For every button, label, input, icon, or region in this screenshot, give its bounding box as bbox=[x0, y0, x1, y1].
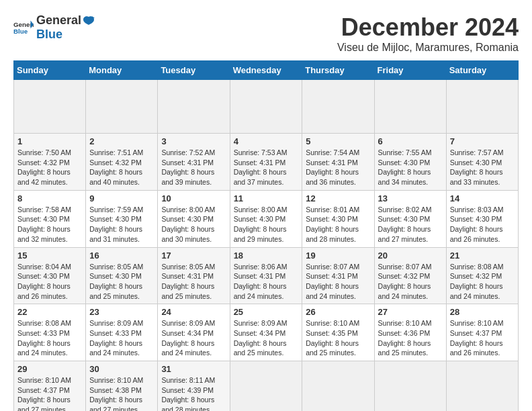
calendar-week-row: 8Sunrise: 7:58 AMSunset: 4:30 PMDaylight… bbox=[14, 190, 519, 247]
location-title: Viseu de Mijloc, Maramures, Romania bbox=[337, 42, 519, 54]
day-detail: Sunrise: 8:09 AMSunset: 4:34 PMDaylight:… bbox=[161, 318, 226, 358]
page-header: General Blue General Blue December 2024 … bbox=[13, 13, 519, 54]
day-detail: Sunrise: 8:09 AMSunset: 4:33 PMDaylight:… bbox=[89, 318, 154, 358]
calendar-cell bbox=[230, 80, 302, 134]
logo: General Blue General Blue bbox=[13, 13, 95, 42]
col-monday: Monday bbox=[86, 61, 158, 80]
day-number: 4 bbox=[234, 136, 299, 146]
calendar-cell: 14Sunrise: 8:03 AMSunset: 4:30 PMDayligh… bbox=[446, 190, 518, 247]
calendar-table: Sunday Monday Tuesday Wednesday Thursday… bbox=[13, 60, 519, 411]
calendar-cell: 3Sunrise: 7:52 AMSunset: 4:31 PMDaylight… bbox=[158, 134, 230, 191]
calendar-cell: 29Sunrise: 8:10 AMSunset: 4:37 PMDayligh… bbox=[14, 361, 86, 412]
calendar-cell bbox=[374, 80, 446, 134]
calendar-cell: 15Sunrise: 8:04 AMSunset: 4:30 PMDayligh… bbox=[14, 247, 86, 304]
day-detail: Sunrise: 8:03 AMSunset: 4:30 PMDaylight:… bbox=[450, 205, 515, 244]
day-number: 27 bbox=[378, 307, 443, 317]
calendar-week-row: 1Sunrise: 7:50 AMSunset: 4:32 PMDaylight… bbox=[14, 134, 519, 191]
calendar-cell: 30Sunrise: 8:10 AMSunset: 4:38 PMDayligh… bbox=[86, 361, 158, 412]
calendar-cell: 2Sunrise: 7:51 AMSunset: 4:32 PMDaylight… bbox=[86, 134, 158, 191]
day-number: 23 bbox=[89, 307, 154, 317]
day-detail: Sunrise: 7:54 AMSunset: 4:31 PMDaylight:… bbox=[306, 148, 370, 187]
day-number: 8 bbox=[17, 193, 82, 203]
day-detail: Sunrise: 8:00 AMSunset: 4:30 PMDaylight:… bbox=[161, 205, 226, 244]
col-sunday: Sunday bbox=[14, 61, 86, 80]
day-number: 13 bbox=[378, 193, 443, 203]
day-detail: Sunrise: 7:58 AMSunset: 4:30 PMDaylight:… bbox=[17, 205, 82, 244]
calendar-cell bbox=[302, 361, 374, 412]
day-number: 29 bbox=[17, 364, 82, 374]
day-detail: Sunrise: 8:07 AMSunset: 4:32 PMDaylight:… bbox=[378, 262, 443, 302]
logo-bird-icon bbox=[83, 15, 95, 26]
day-number: 3 bbox=[161, 136, 226, 146]
day-detail: Sunrise: 8:05 AMSunset: 4:31 PMDaylight:… bbox=[161, 262, 226, 302]
calendar-week-row: 15Sunrise: 8:04 AMSunset: 4:30 PMDayligh… bbox=[14, 247, 519, 304]
calendar-cell: 7Sunrise: 7:57 AMSunset: 4:30 PMDaylight… bbox=[446, 134, 518, 191]
day-number: 5 bbox=[306, 136, 370, 146]
calendar-cell: 21Sunrise: 8:08 AMSunset: 4:32 PMDayligh… bbox=[446, 247, 518, 304]
day-detail: Sunrise: 7:52 AMSunset: 4:31 PMDaylight:… bbox=[161, 148, 226, 187]
day-number: 15 bbox=[17, 250, 82, 261]
day-number: 9 bbox=[89, 193, 154, 203]
day-detail: Sunrise: 8:08 AMSunset: 4:33 PMDaylight:… bbox=[17, 318, 82, 358]
day-number: 22 bbox=[17, 307, 82, 317]
calendar-cell bbox=[446, 361, 518, 412]
calendar-cell: 5Sunrise: 7:54 AMSunset: 4:31 PMDaylight… bbox=[302, 134, 374, 191]
calendar-cell: 16Sunrise: 8:05 AMSunset: 4:30 PMDayligh… bbox=[86, 247, 158, 304]
calendar-cell: 18Sunrise: 8:06 AMSunset: 4:31 PMDayligh… bbox=[230, 247, 302, 304]
calendar-cell: 26Sunrise: 8:10 AMSunset: 4:35 PMDayligh… bbox=[302, 304, 374, 361]
calendar-week-row: 29Sunrise: 8:10 AMSunset: 4:37 PMDayligh… bbox=[14, 361, 519, 412]
day-detail: Sunrise: 8:10 AMSunset: 4:37 PMDaylight:… bbox=[17, 375, 82, 411]
day-detail: Sunrise: 8:10 AMSunset: 4:35 PMDaylight:… bbox=[306, 318, 370, 358]
calendar-week-row bbox=[14, 80, 519, 134]
col-tuesday: Tuesday bbox=[158, 61, 230, 80]
calendar-cell bbox=[302, 80, 374, 134]
day-detail: Sunrise: 7:59 AMSunset: 4:30 PMDaylight:… bbox=[89, 205, 154, 244]
day-detail: Sunrise: 8:06 AMSunset: 4:31 PMDaylight:… bbox=[234, 262, 299, 302]
col-thursday: Thursday bbox=[302, 61, 374, 80]
day-detail: Sunrise: 8:02 AMSunset: 4:30 PMDaylight:… bbox=[378, 205, 443, 244]
day-number: 28 bbox=[450, 307, 515, 317]
calendar-cell: 27Sunrise: 8:10 AMSunset: 4:36 PMDayligh… bbox=[374, 304, 446, 361]
logo-text-blue: Blue bbox=[36, 28, 95, 42]
day-number: 10 bbox=[161, 193, 226, 203]
day-detail: Sunrise: 8:10 AMSunset: 4:36 PMDaylight:… bbox=[378, 318, 443, 358]
calendar-cell: 1Sunrise: 7:50 AMSunset: 4:32 PMDaylight… bbox=[14, 134, 86, 191]
logo-icon: General Blue bbox=[13, 19, 34, 36]
day-detail: Sunrise: 8:10 AMSunset: 4:37 PMDaylight:… bbox=[450, 318, 515, 358]
day-detail: Sunrise: 8:05 AMSunset: 4:30 PMDaylight:… bbox=[89, 262, 154, 302]
col-wednesday: Wednesday bbox=[230, 61, 302, 80]
calendar-cell: 13Sunrise: 8:02 AMSunset: 4:30 PMDayligh… bbox=[374, 190, 446, 247]
calendar-cell: 31Sunrise: 8:11 AMSunset: 4:39 PMDayligh… bbox=[158, 361, 230, 412]
day-detail: Sunrise: 7:53 AMSunset: 4:31 PMDaylight:… bbox=[234, 148, 299, 187]
day-number: 26 bbox=[306, 307, 370, 317]
day-number: 6 bbox=[378, 136, 443, 146]
calendar-cell bbox=[230, 361, 302, 412]
day-number: 17 bbox=[161, 250, 226, 261]
calendar-cell bbox=[374, 361, 446, 412]
calendar-cell: 28Sunrise: 8:10 AMSunset: 4:37 PMDayligh… bbox=[446, 304, 518, 361]
day-detail: Sunrise: 8:07 AMSunset: 4:31 PMDaylight:… bbox=[306, 262, 370, 302]
calendar-cell: 17Sunrise: 8:05 AMSunset: 4:31 PMDayligh… bbox=[158, 247, 230, 304]
day-number: 2 bbox=[89, 136, 154, 146]
calendar-cell: 6Sunrise: 7:55 AMSunset: 4:30 PMDaylight… bbox=[374, 134, 446, 191]
calendar-cell: 25Sunrise: 8:09 AMSunset: 4:34 PMDayligh… bbox=[230, 304, 302, 361]
day-detail: Sunrise: 8:08 AMSunset: 4:32 PMDaylight:… bbox=[450, 262, 515, 302]
day-number: 18 bbox=[234, 250, 299, 261]
day-detail: Sunrise: 7:57 AMSunset: 4:30 PMDaylight:… bbox=[450, 148, 515, 187]
calendar-cell: 24Sunrise: 8:09 AMSunset: 4:34 PMDayligh… bbox=[158, 304, 230, 361]
calendar-cell: 19Sunrise: 8:07 AMSunset: 4:31 PMDayligh… bbox=[302, 247, 374, 304]
day-number: 24 bbox=[161, 307, 226, 317]
calendar-cell: 10Sunrise: 8:00 AMSunset: 4:30 PMDayligh… bbox=[158, 190, 230, 247]
day-number: 1 bbox=[17, 136, 82, 146]
calendar-cell: 20Sunrise: 8:07 AMSunset: 4:32 PMDayligh… bbox=[374, 247, 446, 304]
calendar-cell: 9Sunrise: 7:59 AMSunset: 4:30 PMDaylight… bbox=[86, 190, 158, 247]
calendar-cell: 23Sunrise: 8:09 AMSunset: 4:33 PMDayligh… bbox=[86, 304, 158, 361]
col-saturday: Saturday bbox=[446, 61, 518, 80]
calendar-week-row: 22Sunrise: 8:08 AMSunset: 4:33 PMDayligh… bbox=[14, 304, 519, 361]
calendar-cell bbox=[158, 80, 230, 134]
day-number: 30 bbox=[89, 364, 154, 374]
day-detail: Sunrise: 8:01 AMSunset: 4:30 PMDaylight:… bbox=[306, 205, 370, 244]
day-number: 14 bbox=[450, 193, 515, 203]
day-detail: Sunrise: 7:51 AMSunset: 4:32 PMDaylight:… bbox=[89, 148, 154, 187]
calendar-cell bbox=[86, 80, 158, 134]
